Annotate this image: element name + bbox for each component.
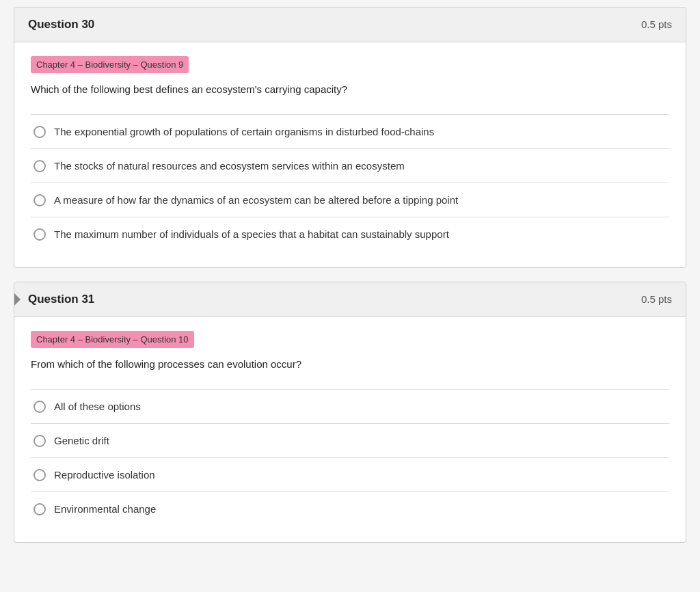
option-item-q30-1[interactable]: The stocks of natural resources and ecos… xyxy=(31,149,669,183)
option-item-q31-0[interactable]: All of these options xyxy=(31,390,669,424)
question-wrapper-q31: Question 310.5 ptsChapter 4 – Biodiversi… xyxy=(14,282,686,543)
option-text-q31-0: All of these options xyxy=(54,399,141,414)
chapter-tag-q31: Chapter 4 – Biodiversity – Question 10 xyxy=(31,331,194,349)
page-container: Question 300.5 ptsChapter 4 – Biodiversi… xyxy=(0,0,700,563)
question-header-q31[interactable]: Question 310.5 pts xyxy=(14,282,686,317)
option-text-q31-3: Environmental change xyxy=(54,502,156,516)
option-text-q31-2: Reproductive isolation xyxy=(54,468,155,482)
option-text-q30-2: A measure of how far the dynamics of an … xyxy=(54,193,458,207)
options-list-q31: All of these optionsGenetic driftReprodu… xyxy=(31,389,669,526)
option-text-q30-0: The exponential growth of populations of… xyxy=(54,124,434,139)
radio-circle-q30-2[interactable] xyxy=(33,194,46,206)
option-text-q30-1: The stocks of natural resources and ecos… xyxy=(54,159,405,173)
question-title-q31: Question 31 xyxy=(28,291,94,308)
option-item-q31-3[interactable]: Environmental change xyxy=(31,492,669,526)
option-text-q31-1: Genetic drift xyxy=(54,433,109,448)
question-header-q30[interactable]: Question 300.5 pts xyxy=(14,8,686,42)
question-text-q31: From which of the following processes ca… xyxy=(31,356,669,373)
option-text-q30-3: The maximum number of individuals of a s… xyxy=(54,227,449,241)
radio-circle-q31-3[interactable] xyxy=(33,503,46,515)
option-item-q30-0[interactable]: The exponential growth of populations of… xyxy=(31,115,669,149)
question-pts-q30: 0.5 pts xyxy=(641,17,672,33)
question-body-q31: Chapter 4 – Biodiversity – Question 10Fr… xyxy=(14,317,686,543)
option-item-q30-2[interactable]: A measure of how far the dynamics of an … xyxy=(31,183,669,217)
question-body-q30: Chapter 4 – Biodiversity – Question 9Whi… xyxy=(14,42,686,268)
question-block-q31: Question 310.5 ptsChapter 4 – Biodiversi… xyxy=(14,282,686,543)
option-item-q30-3[interactable]: The maximum number of individuals of a s… xyxy=(31,217,669,251)
question-text-q30: Which of the following best defines an e… xyxy=(31,81,669,98)
radio-circle-q31-1[interactable] xyxy=(33,435,46,447)
radio-circle-q31-2[interactable] xyxy=(33,469,46,481)
option-item-q31-1[interactable]: Genetic drift xyxy=(31,424,669,458)
option-item-q31-2[interactable]: Reproductive isolation xyxy=(31,458,669,492)
options-list-q30: The exponential growth of populations of… xyxy=(31,114,669,251)
radio-circle-q30-1[interactable] xyxy=(33,160,46,172)
radio-circle-q30-3[interactable] xyxy=(33,228,46,241)
question-wrapper-q30: Question 300.5 ptsChapter 4 – Biodiversi… xyxy=(14,7,686,268)
radio-circle-q30-0[interactable] xyxy=(33,126,46,138)
question-block-q30: Question 300.5 ptsChapter 4 – Biodiversi… xyxy=(14,7,686,268)
chapter-tag-q30: Chapter 4 – Biodiversity – Question 9 xyxy=(31,56,189,74)
question-pts-q31: 0.5 pts xyxy=(641,292,672,308)
radio-circle-q31-0[interactable] xyxy=(33,401,46,413)
arrow-icon-q31 xyxy=(14,293,21,306)
question-title-q30: Question 30 xyxy=(28,16,94,33)
